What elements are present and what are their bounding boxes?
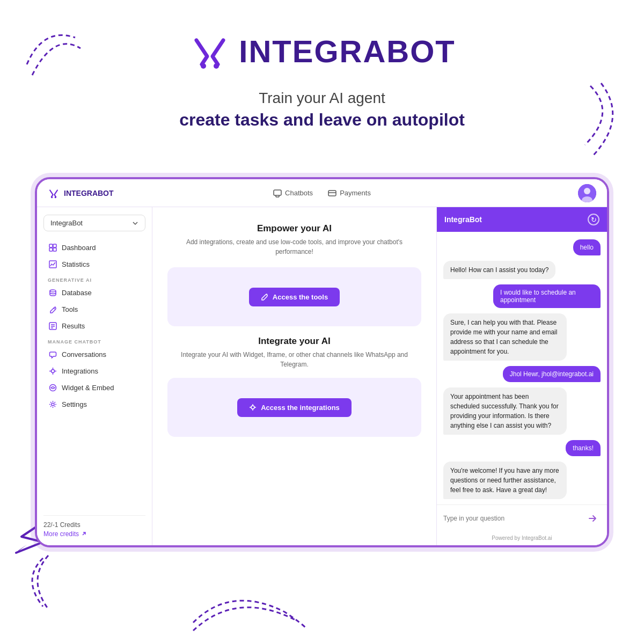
logo-area: INTEGRABOT (0, 30, 644, 72)
empower-desc: Add integrations, create and use low-cod… (167, 237, 421, 257)
chat-message-3-text: I would like to schedule an appointment (500, 289, 576, 304)
deco-bottom-center (188, 580, 306, 633)
chat-messages: hello Hello! How can I assist you today?… (437, 232, 607, 504)
sidebar-item-settings-label: Settings (62, 400, 87, 408)
svg-point-1 (201, 63, 206, 69)
chat-refresh-button[interactable]: ↻ (588, 214, 599, 225)
sidebar-item-database-label: Database (62, 289, 92, 297)
chat-footer-text: Powered by IntegraBot.ai (492, 535, 552, 541)
chat-input[interactable] (443, 515, 580, 522)
svg-point-3 (51, 196, 53, 198)
svg-rect-15 (49, 261, 56, 268)
avatar-image (578, 184, 596, 202)
sidebar-item-results-label: Results (62, 322, 85, 330)
statistics-icon (49, 260, 57, 268)
sidebar-top: IntegraBot Dashboard (43, 215, 145, 413)
chevron-down-icon (132, 220, 138, 226)
sidebar-item-dashboard[interactable]: Dashboard (43, 240, 145, 255)
svg-point-16 (50, 290, 56, 292)
topnav-center: Chatbots Payments (273, 189, 371, 197)
integrations-icon (49, 367, 57, 375)
chat-input-area (437, 504, 607, 532)
chat-header-title: IntegraBot (444, 215, 482, 224)
chat-header: IntegraBot ↻ (437, 207, 607, 232)
svg-rect-6 (328, 191, 336, 196)
topnav-logo: INTEGRABOT (48, 187, 273, 199)
tools-card: Access the tools (167, 267, 421, 326)
access-tools-label: Access the tools (273, 293, 328, 301)
svg-point-22 (52, 370, 55, 373)
conversations-icon (49, 350, 57, 358)
sidebar-item-conversations-label: Conversations (62, 350, 106, 358)
sidebar-item-statistics[interactable]: Statistics (43, 257, 145, 272)
empower-title: Empower your AI (167, 223, 421, 234)
bot-selector-label: IntegraBot (50, 219, 83, 227)
sidebar-bottom: 22/-1 Credits More credits (43, 515, 145, 538)
main-content: Empower your AI Add integrations, create… (152, 207, 436, 545)
svg-rect-12 (53, 244, 56, 247)
integrate-section: Integrate your AI Integrate your AI with… (167, 336, 421, 369)
dashboard-icon (49, 244, 57, 252)
sidebar-item-statistics-label: Statistics (62, 260, 90, 268)
user-avatar[interactable] (578, 184, 596, 202)
app-window: INTEGRABOT Chatbots Payments (35, 177, 609, 547)
sidebar-item-widget-label: Widget & Embed (62, 384, 114, 392)
nav-payments-label: Payments (340, 189, 371, 197)
chat-message-7-text: thanks! (573, 444, 594, 452)
page-header: INTEGRABOT Train your AI agent create ta… (0, 0, 644, 130)
chat-message-6: Your appointment has been scheduled succ… (443, 387, 567, 435)
chat-send-button[interactable] (584, 510, 601, 526)
more-credits-link[interactable]: More credits (43, 530, 145, 538)
chat-message-5-text: Jhol Hewr, jhol@integrabot.ai (510, 370, 594, 378)
svg-point-4 (55, 196, 56, 198)
svg-point-9 (584, 188, 590, 194)
tagline-light: Train your AI agent (0, 90, 644, 107)
chatbot-icon (273, 189, 282, 197)
sidebar-item-results[interactable]: Results (43, 318, 145, 334)
settings-icon (49, 400, 57, 408)
chat-message-8-text: You're welcome! If you have any more que… (450, 467, 559, 494)
chat-message-4: Sure, I can help you with that. Please p… (443, 313, 567, 361)
integrations-btn-icon (249, 404, 257, 411)
nav-payments[interactable]: Payments (328, 189, 371, 197)
generative-ai-label: GENERATIVE AI (48, 277, 145, 283)
integrations-card: Access the integrations (167, 378, 421, 437)
svg-point-28 (52, 403, 54, 406)
external-link-icon (81, 531, 86, 537)
nav-chatbots-label: Chatbots (285, 189, 313, 197)
svg-line-17 (54, 308, 55, 309)
bot-selector[interactable]: IntegraBot (43, 215, 145, 231)
svg-marker-0 (16, 545, 27, 553)
sidebar-item-conversations[interactable]: Conversations (43, 347, 145, 362)
more-credits-label: More credits (43, 530, 79, 538)
access-integrations-button[interactable]: Access the integrations (237, 398, 352, 417)
access-tools-button[interactable]: Access the tools (249, 288, 340, 306)
sidebar-item-widget[interactable]: Widget & Embed (43, 380, 145, 396)
empower-section: Empower your AI Add integrations, create… (167, 223, 421, 257)
payments-icon (328, 189, 336, 197)
sidebar: IntegraBot Dashboard (37, 207, 152, 545)
svg-point-2 (214, 63, 219, 69)
sidebar-item-settings[interactable]: Settings (43, 397, 145, 412)
svg-rect-13 (49, 248, 53, 251)
deco-bottom-left (16, 553, 70, 617)
results-icon (49, 322, 57, 330)
svg-rect-14 (53, 248, 56, 251)
chat-message-3: I would like to schedule an appointment (493, 284, 601, 308)
nav-chatbots[interactable]: Chatbots (273, 189, 313, 197)
sidebar-item-dashboard-label: Dashboard (62, 244, 96, 252)
svg-point-29 (251, 406, 254, 409)
svg-rect-11 (49, 244, 53, 247)
topnav-right (371, 184, 596, 202)
database-icon (49, 289, 57, 297)
brand-logo-icon (188, 30, 231, 72)
sidebar-item-database[interactable]: Database (43, 285, 145, 301)
manage-chatbot-label: MANAGE CHATBOT (48, 339, 145, 345)
credits-text: 22/-1 Credits (43, 521, 145, 529)
app-topnav: INTEGRABOT Chatbots Payments (37, 179, 607, 207)
sidebar-item-integrations[interactable]: Integrations (43, 363, 145, 379)
chat-message-1: hello (573, 239, 601, 255)
sidebar-item-tools[interactable]: Tools (43, 302, 145, 317)
chat-message-2: Hello! How can I assist you today? (443, 261, 555, 279)
chat-message-7: thanks! (566, 440, 601, 456)
